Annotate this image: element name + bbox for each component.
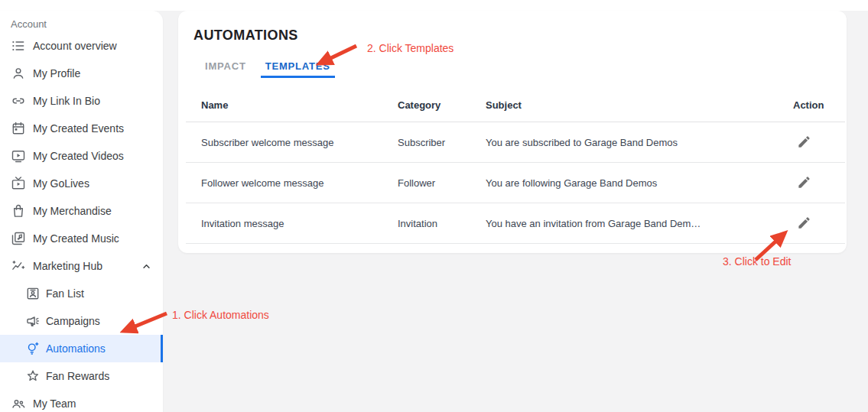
sidebar-item-label: Automations xyxy=(46,342,106,355)
edit-button[interactable] xyxy=(795,214,813,232)
music-library-icon xyxy=(11,231,26,246)
pencil-icon xyxy=(797,175,811,190)
sidebar-item-label: My Profile xyxy=(33,67,80,79)
cell-category: Invitation xyxy=(382,203,470,244)
pencil-icon xyxy=(797,135,811,149)
tab-impact[interactable]: IMPACT xyxy=(200,56,251,78)
sidebar-item-campaigns[interactable]: Campaigns xyxy=(0,307,163,335)
annotation-click-to-edit: 3. Click to Edit xyxy=(723,255,791,268)
cell-subject: You are subscribed to Garage Band Demos xyxy=(470,122,792,163)
sidebar-item-fan-list[interactable]: Fan List xyxy=(0,280,163,307)
sidebar-item-label: Account overview xyxy=(33,40,117,52)
table-header-row: Name Category Subject Action xyxy=(186,89,845,122)
video-icon xyxy=(11,148,26,164)
chevron-up-icon xyxy=(141,261,152,272)
sidebar-item-label: My GoLives xyxy=(33,177,89,190)
tab-templates[interactable]: TEMPLATES xyxy=(261,56,335,78)
tab-bar: IMPACT TEMPLATES xyxy=(178,56,847,78)
cell-category: Subscriber xyxy=(382,122,470,163)
page-title: AUTOMATIONS xyxy=(193,27,847,44)
contact-badge-icon xyxy=(25,286,41,301)
star-icon xyxy=(25,368,41,384)
column-header-action: Action xyxy=(792,89,845,122)
sidebar-item-label: Campaigns xyxy=(46,315,100,327)
sidebar-item-my-link-in-bio[interactable]: My Link In Bio xyxy=(0,87,163,115)
group-icon xyxy=(11,396,26,411)
person-icon xyxy=(11,66,26,81)
annotation-click-automations: 1. Click Automations xyxy=(172,309,269,321)
pencil-icon xyxy=(797,216,811,230)
sidebar-item-label: My Created Music xyxy=(33,232,119,245)
lightbulb-icon xyxy=(25,341,41,356)
edit-button[interactable] xyxy=(795,133,813,151)
annotation-click-templates: 2. Click Templates xyxy=(367,42,454,54)
sidebar-item-marketing-hub[interactable]: Marketing Hub xyxy=(0,252,163,280)
cell-category: Follower xyxy=(382,163,470,203)
sidebar-item-my-merchandise[interactable]: My Merchandise xyxy=(0,197,163,225)
column-header-name: Name xyxy=(186,89,382,122)
sidebar-item-account-overview[interactable]: Account overview xyxy=(0,32,163,60)
insights-icon xyxy=(11,258,26,274)
sidebar-item-my-created-videos[interactable]: My Created Videos xyxy=(0,142,163,170)
shopping-bag-icon xyxy=(11,203,26,219)
sidebar-item-label: My Created Videos xyxy=(33,150,124,162)
sidebar-item-label: My Team xyxy=(33,397,76,410)
sidebar-item-label: Fan Rewards xyxy=(46,370,109,382)
sidebar-item-my-profile[interactable]: My Profile xyxy=(0,60,163,87)
cell-subject: You are following Garage Band Demos xyxy=(470,163,792,203)
sidebar-item-label: My Link In Bio xyxy=(33,95,100,107)
link-icon xyxy=(11,93,26,109)
templates-table: Name Category Subject Action Subscriber … xyxy=(186,89,845,244)
column-header-subject: Subject xyxy=(470,89,792,122)
table-row: Invitation message Invitation You have a… xyxy=(186,203,845,244)
sidebar-section-label: Account xyxy=(0,11,163,32)
calendar-icon xyxy=(11,121,26,136)
column-header-category: Category xyxy=(382,89,470,122)
sidebar-item-my-golives[interactable]: My GoLives xyxy=(0,170,163,197)
cell-name: Follower welcome message xyxy=(186,163,382,203)
sidebar-item-fan-rewards[interactable]: Fan Rewards xyxy=(0,362,163,390)
sidebar-item-label: My Merchandise xyxy=(33,205,112,217)
cell-subject: You have an invitation from Garage Band … xyxy=(470,203,792,244)
sidebar-item-automations[interactable]: Automations xyxy=(0,335,163,362)
live-tv-icon xyxy=(11,176,26,191)
cell-name: Invitation message xyxy=(186,203,382,244)
sidebar-item-label: Marketing Hub xyxy=(33,260,102,272)
megaphone-icon xyxy=(25,313,41,329)
table-row: Subscriber welcome message Subscriber Yo… xyxy=(186,122,845,163)
cell-name: Subscriber welcome message xyxy=(186,122,382,163)
edit-button[interactable] xyxy=(795,174,813,191)
list-icon xyxy=(11,38,26,54)
sidebar-item-label: My Created Events xyxy=(33,122,124,135)
automations-panel: AUTOMATIONS IMPACT TEMPLATES Name Catego… xyxy=(178,11,847,253)
sidebar: Account Account overview My Profile My L… xyxy=(0,11,163,412)
sidebar-item-my-created-events[interactable]: My Created Events xyxy=(0,115,163,142)
sidebar-item-label: Fan List xyxy=(46,287,84,300)
sidebar-item-my-created-music[interactable]: My Created Music xyxy=(0,225,163,252)
table-row: Follower welcome message Follower You ar… xyxy=(186,163,845,203)
sidebar-item-my-team[interactable]: My Team xyxy=(0,390,163,412)
